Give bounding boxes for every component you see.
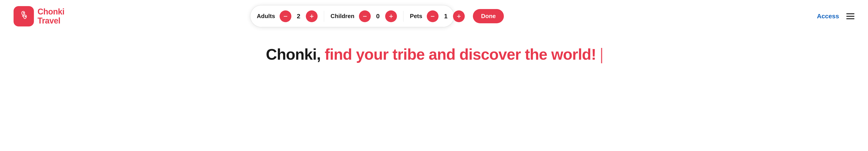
minus-icon [283, 13, 288, 19]
svg-rect-10 [459, 14, 459, 18]
children-value: 0 [375, 13, 381, 20]
pets-increment-button[interactable] [453, 10, 465, 22]
svg-point-1 [25, 16, 26, 17]
adults-value: 2 [296, 13, 301, 20]
adults-decrement-button[interactable] [280, 10, 291, 22]
page-wrapper: Chonki Travel Adults 2 [0, 0, 868, 151]
access-link[interactable]: Access [817, 13, 839, 20]
hero-section: Chonki, find your tribe and discover the… [0, 32, 868, 72]
svg-rect-4 [311, 14, 312, 18]
svg-point-0 [23, 12, 24, 13]
svg-rect-7 [391, 14, 392, 18]
logo-svg [17, 10, 30, 23]
children-decrement-button[interactable] [359, 10, 371, 22]
children-group: Children 0 [324, 10, 403, 22]
hero-red-text: find your tribe and discover the world! [325, 46, 596, 63]
adults-group: Adults 2 [257, 10, 324, 22]
hamburger-menu-button[interactable] [846, 13, 855, 19]
done-button[interactable]: Done [473, 9, 504, 23]
children-increment-button[interactable] [385, 10, 397, 22]
plus-icon [456, 13, 462, 19]
logo-text: Chonki Travel [37, 7, 64, 25]
pets-decrement-button[interactable] [427, 10, 438, 22]
svg-rect-8 [431, 16, 434, 17]
pets-group: Pets 1 [403, 10, 471, 22]
logo-line2: Travel [37, 16, 64, 25]
pets-label: Pets [410, 13, 422, 20]
logo-area: Chonki Travel [13, 6, 64, 26]
svg-rect-2 [284, 16, 287, 17]
minus-icon [362, 13, 368, 19]
menu-line-1 [846, 13, 855, 14]
hero-heading: Chonki, find your tribe and discover the… [266, 46, 602, 63]
plus-icon [388, 13, 394, 19]
svg-rect-5 [363, 16, 367, 17]
menu-line-3 [846, 18, 855, 19]
minus-icon [430, 13, 435, 19]
counter-pill: Adults 2 Children [250, 5, 454, 27]
adults-label: Adults [257, 13, 275, 20]
pets-value: 1 [443, 13, 448, 20]
logo-line1: Chonki [37, 7, 64, 16]
menu-line-2 [846, 16, 855, 17]
plus-icon [309, 13, 314, 19]
header: Chonki Travel Adults 2 [0, 0, 868, 32]
right-nav: Access [817, 13, 855, 20]
hero-cursor [601, 48, 602, 63]
logo-icon [13, 6, 34, 26]
children-label: Children [331, 13, 354, 20]
adults-increment-button[interactable] [306, 10, 318, 22]
hero-black-text: Chonki, [266, 46, 320, 63]
